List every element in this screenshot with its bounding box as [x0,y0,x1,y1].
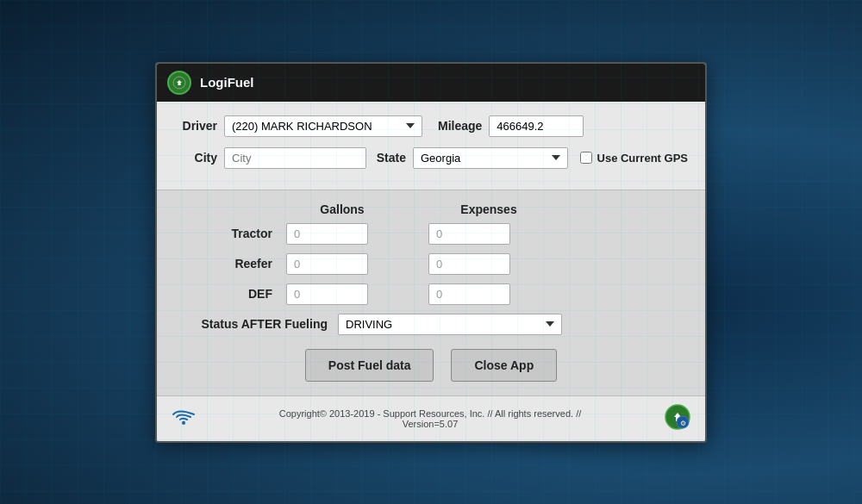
status-label: Status AFTER Fueling [183,317,338,331]
reefer-expenses-input[interactable] [428,253,510,275]
footer-version: Version=5.07 [197,419,664,429]
status-row: Status AFTER Fueling DRIVING [183,314,679,335]
city-input[interactable] [224,147,366,169]
post-fuel-button[interactable]: Post Fuel data [305,349,434,382]
title-bar: LogiFuel [157,64,705,102]
mileage-input[interactable] [489,115,584,137]
app-title: LogiFuel [200,75,254,90]
svg-point-1 [182,421,185,425]
city-state-row: City State Georgia Use Current GPS [174,147,688,169]
def-gallons-input[interactable] [286,283,368,305]
state-select[interactable]: Georgia [413,147,568,169]
wifi-icon [171,407,197,431]
city-label: City [174,151,217,165]
reefer-label: Reefer [183,257,286,271]
tractor-expenses-input[interactable] [428,223,510,245]
table-header-row: Gallons Expenses [183,202,679,216]
driver-label: Driver [174,119,217,133]
app-icon [167,71,191,95]
status-select[interactable]: DRIVING [338,314,562,335]
tractor-label: Tractor [183,227,286,240]
footer-logo: ⚙ [664,403,691,434]
footer: Copyright© 2013-2019 - Support Resources… [157,395,705,441]
driver-select[interactable]: (220) MARK RICHARDSON [224,115,422,137]
tractor-gallons-input[interactable] [286,223,368,245]
lower-panel: Gallons Expenses Tractor Reefer DEF Stat… [157,190,705,395]
reefer-gallons-input[interactable] [286,253,368,275]
gps-label: Use Current GPS [597,152,688,165]
reefer-row: Reefer [183,253,679,275]
def-expenses-input[interactable] [428,283,510,305]
mileage-label: Mileage [438,119,482,133]
def-label: DEF [183,287,286,301]
svg-text:⚙: ⚙ [680,420,686,427]
tractor-row: Tractor [183,223,679,245]
main-content: Driver (220) MARK RICHARDSON Mileage Cit… [157,102,705,190]
app-window: LogiFuel Driver (220) MARK RICHARDSON Mi… [155,62,707,443]
gps-checkbox[interactable] [580,152,592,164]
state-label: State [373,151,406,165]
gps-row: Use Current GPS [580,152,688,165]
gallons-header: Gallons [295,202,390,216]
close-app-button[interactable]: Close App [451,349,557,382]
driver-row: Driver (220) MARK RICHARDSON Mileage [174,115,688,137]
footer-text: Copyright© 2013-2019 - Support Resources… [197,408,664,429]
expenses-header: Expenses [441,202,536,216]
footer-copyright: Copyright© 2013-2019 - Support Resources… [197,408,664,419]
def-row: DEF [183,283,679,305]
button-row: Post Fuel data Close App [183,349,679,382]
